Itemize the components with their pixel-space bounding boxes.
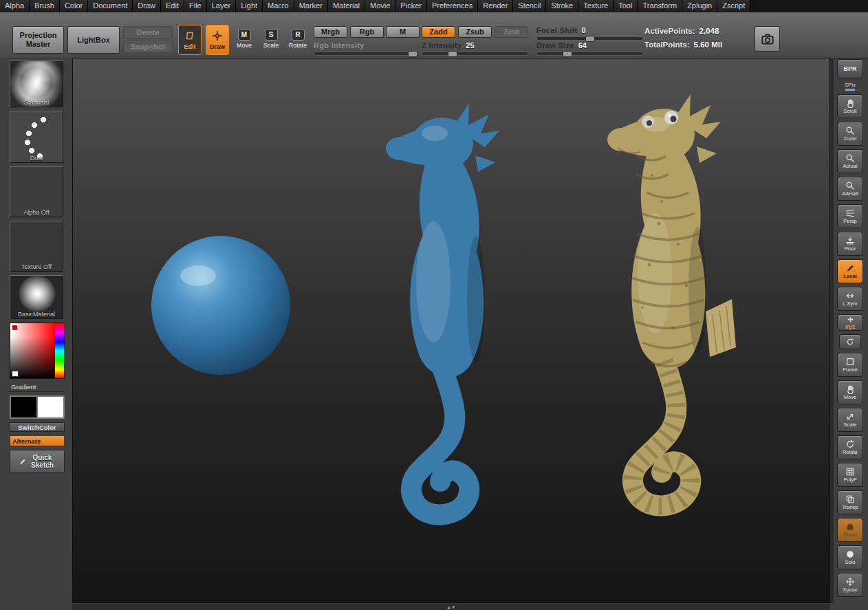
switch-color-button[interactable]: SwitchColor [10,422,65,432]
zcut-button[interactable]: Zcut [495,26,528,38]
scroll-up-arrow-icon[interactable]: ▴ [448,604,451,609]
menu-texture[interactable]: Texture [578,0,614,12]
hue-strip[interactable] [55,323,64,378]
menu-file[interactable]: File [184,0,207,12]
rotate-mode-button[interactable]: R Rotate [287,29,309,49]
menu-preferences[interactable]: Preferences [427,0,478,12]
lsym-button[interactable]: L.Sym [837,287,863,311]
draw-size-track[interactable] [536,52,643,56]
scale-mode-button[interactable]: S Scale [261,29,281,49]
free-rotate-button[interactable] [839,334,861,349]
scroll-button[interactable]: Scroll [837,94,863,118]
menu-alpha[interactable]: Alpha [0,0,30,12]
ghost-button[interactable]: Ghost [837,518,863,542]
seahorse-sculpt-model[interactable] [386,103,499,514]
actual-size-button[interactable]: Actual [837,149,863,173]
menu-brush[interactable]: Brush [30,0,60,12]
frame-button[interactable]: Frame [837,353,863,377]
mrgb-button[interactable]: Mrgb [314,26,347,38]
document-canvas[interactable] [72,58,830,603]
m-button[interactable]: M [386,26,420,38]
delete-button[interactable]: Delete [123,26,173,39]
xpose-button[interactable]: Xpose [837,573,863,597]
alpha-thumbnail[interactable]: Alpha Off [10,166,63,217]
rgb-intensity-track[interactable] [314,52,417,56]
menu-layer[interactable]: Layer [207,0,237,12]
menu-edit[interactable]: Edit [161,0,184,12]
menu-color[interactable]: Color [60,0,88,12]
menu-stroke[interactable]: Stroke [546,0,578,12]
material-thumbnail[interactable]: BasicMaterial [10,275,63,319]
lsym-label: L.Sym [843,301,857,307]
canvas-scrollbar-vertical[interactable] [830,58,834,603]
menu-light[interactable]: Light [236,0,263,12]
projection-master-button[interactable]: Projection Master [12,26,64,54]
menu-render[interactable]: Render [478,0,513,12]
gradient-button[interactable]: Gradient [10,382,65,392]
polyframe-button[interactable]: PolyF [837,463,863,487]
menu-document[interactable]: Document [88,0,133,12]
aahalf-button[interactable]: AAHalf [837,177,863,201]
snapshot-button[interactable]: Snapshot [123,41,173,53]
xyz-axis-button[interactable]: xyz [837,314,863,331]
draw-size-slider[interactable]: Draw Size 64 [536,41,643,56]
canvas-scrollbar-horizontal[interactable]: ▴ ▾ [72,604,830,610]
rgb-intensity-handle[interactable] [408,51,417,57]
menu-macro[interactable]: Macro [263,0,294,12]
focal-shift-slider[interactable]: Focal Shift 0 [536,26,643,41]
saturation-value-square[interactable] [10,323,55,378]
total-points-readout: TotalPoints: 5.60 Mil [644,41,722,49]
seahorse-textured-model[interactable] [607,94,736,505]
spix-button[interactable]: SPix [838,82,862,91]
secondary-color-swatch[interactable] [37,395,65,419]
zoom-button[interactable]: Zoom [837,122,863,146]
lightbox-button[interactable]: LightBox [67,26,120,54]
z-intensity-handle[interactable] [448,51,457,57]
overlapping-squares-icon [845,494,855,504]
store-snapshot-camera-button[interactable] [755,26,780,52]
scroll-down-arrow-icon[interactable]: ▾ [453,604,455,609]
menu-transform[interactable]: Transform [638,0,682,12]
alternate-button[interactable]: Alternate [10,435,65,446]
rotate-view-button[interactable]: Rotate [837,435,863,459]
magnifier-icon [845,181,855,190]
z-intensity-slider[interactable]: Z Intensity 25 [422,41,528,56]
menu-stencil[interactable]: Stencil [513,0,546,12]
menu-tool[interactable]: Tool [614,0,638,12]
focal-shift-track[interactable] [536,36,643,41]
menu-movie[interactable]: Movie [365,0,395,12]
persp-button[interactable]: Persp [837,204,863,228]
menu-material[interactable]: Material [328,0,365,12]
z-intensity-track[interactable] [422,52,528,56]
menu-picker[interactable]: Picker [395,0,427,12]
zsub-button[interactable]: Zsub [458,26,492,38]
quick-sketch-label: Quick Sketch [29,454,56,469]
menu-zscript[interactable]: Zscript [717,0,750,12]
move-view-button[interactable]: Move [837,380,863,404]
texture-thumbnail[interactable]: Texture Off [10,221,63,272]
draw-mode-button[interactable]: Draw [206,25,229,55]
transparency-button[interactable]: Transp [837,490,863,514]
scale-view-button[interactable]: Scale [837,408,863,432]
quick-sketch-button[interactable]: Quick Sketch [10,450,65,473]
bpr-button[interactable]: BPR [837,59,863,78]
bpr-label: BPR [843,65,856,72]
move-mode-button[interactable]: M Move [234,29,254,49]
color-picker[interactable] [10,323,65,379]
scale-mode-label: Scale [263,42,279,49]
solo-button[interactable]: Solo [837,545,863,569]
menu-marker[interactable]: Marker [294,0,328,12]
zadd-button[interactable]: Zadd [422,26,455,38]
stroke-thumbnail[interactable]: Dots [10,111,63,163]
menu-draw[interactable]: Draw [133,0,161,12]
main-color-swatch[interactable] [10,395,37,419]
rgb-intensity-slider[interactable]: Rgb Intensity [314,41,417,56]
local-button[interactable]: Local [837,259,863,283]
menu-zplugin[interactable]: Zplugin [682,0,717,12]
brush-thumbnail[interactable]: Standard [10,61,63,107]
draw-size-handle[interactable] [563,51,572,57]
sphere-model[interactable] [151,236,290,375]
edit-mode-button[interactable]: Edit [178,25,202,55]
rgb-button[interactable]: Rgb [350,26,384,38]
floor-button[interactable]: Floor [837,232,863,256]
